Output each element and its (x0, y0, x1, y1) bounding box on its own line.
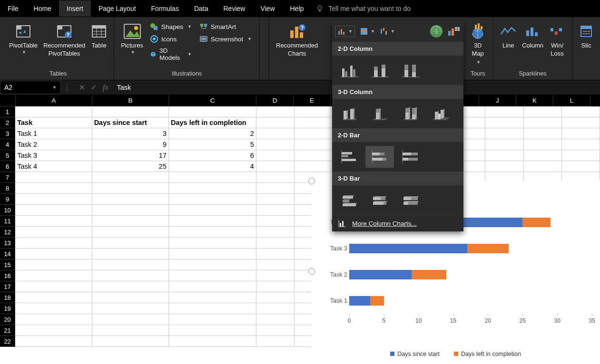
cell[interactable] (92, 314, 169, 325)
cell[interactable] (256, 150, 295, 161)
row-header[interactable]: 6 (0, 161, 15, 172)
row-header[interactable]: 19 (0, 303, 15, 314)
col-header-C[interactable]: C (169, 95, 256, 106)
cell[interactable] (169, 314, 256, 325)
col-header-A[interactable]: A (16, 95, 92, 106)
cell[interactable] (92, 281, 169, 292)
col-header-J[interactable]: J (479, 95, 516, 106)
cell[interactable] (256, 259, 295, 270)
btn-3d-stacked-column[interactable] (365, 103, 394, 125)
row-header[interactable]: 4 (0, 139, 15, 150)
btn-3d-100-stacked-bar[interactable] (396, 189, 424, 211)
cell[interactable] (169, 216, 256, 227)
row-header[interactable]: 10 (0, 205, 15, 216)
cell[interactable] (92, 216, 169, 227)
cell[interactable] (92, 227, 169, 238)
cell[interactable]: 6 (169, 150, 256, 161)
cell[interactable] (524, 150, 562, 161)
chart-legend[interactable]: Days since start Days left in completion (311, 351, 600, 357)
row-header[interactable]: 9 (0, 194, 15, 205)
btn-3d-100-stacked-column[interactable] (396, 103, 424, 125)
cell[interactable] (524, 117, 562, 128)
cell[interactable] (256, 270, 295, 281)
row-header[interactable]: 18 (0, 292, 15, 303)
cell[interactable] (256, 303, 295, 314)
cell[interactable] (15, 249, 92, 259)
cell[interactable] (92, 172, 169, 183)
cell[interactable] (485, 139, 523, 150)
namebox-expand[interactable]: ⋮ (61, 83, 73, 92)
cell[interactable] (256, 325, 295, 336)
btn-recommended-pivottables[interactable]: ? Recommended PivotTables (41, 20, 87, 60)
chart-bar[interactable] (412, 270, 446, 279)
btn-3d-clustered-bar[interactable] (335, 189, 364, 211)
row-header[interactable]: 16 (0, 270, 15, 281)
row-header[interactable]: 2 (0, 117, 15, 128)
cell[interactable] (15, 292, 92, 303)
btn-100-stacked-bar[interactable] (396, 146, 424, 168)
cell[interactable] (295, 139, 333, 150)
row-header[interactable]: 14 (0, 249, 15, 259)
cell[interactable] (15, 238, 92, 249)
cell[interactable] (169, 106, 256, 117)
cell[interactable] (256, 183, 295, 194)
cell[interactable] (169, 292, 256, 303)
col-header-D[interactable]: D (256, 95, 294, 106)
btn-maps[interactable] (430, 25, 443, 38)
cell[interactable] (169, 194, 256, 205)
row-header[interactable]: 1 (0, 106, 15, 117)
cell[interactable] (485, 117, 523, 128)
resize-handle-nw[interactable] (308, 178, 315, 184)
cell[interactable] (562, 150, 600, 161)
cell[interactable] (295, 128, 333, 139)
cell[interactable] (256, 227, 295, 238)
btn-pictures[interactable]: Pictures ▼ (119, 20, 145, 57)
fx-icon[interactable]: fx (103, 83, 108, 92)
cell[interactable]: 5 (169, 139, 256, 150)
cell[interactable] (92, 205, 169, 216)
btn-pivot-chart[interactable] (447, 26, 461, 37)
menu-review[interactable]: Review (216, 0, 253, 17)
chart-bar[interactable] (467, 244, 509, 253)
cell[interactable]: Task 4 (15, 161, 92, 172)
cell[interactable]: Task 3 (15, 150, 92, 161)
cell[interactable]: 17 (92, 150, 169, 161)
cell[interactable] (256, 292, 295, 303)
cell[interactable] (169, 238, 256, 249)
cell[interactable]: Task (15, 117, 92, 128)
cell[interactable] (15, 270, 92, 281)
btn-confirm-formula[interactable]: ✓ (91, 83, 97, 92)
cell[interactable] (169, 205, 256, 216)
cell[interactable] (92, 249, 169, 259)
row-header[interactable]: 7 (0, 172, 15, 183)
cell[interactable] (256, 161, 295, 172)
btn-3d-clustered-column[interactable] (335, 103, 364, 125)
cell[interactable] (92, 238, 169, 249)
cell[interactable] (295, 161, 333, 172)
menu-data[interactable]: Data (187, 0, 216, 17)
cell[interactable] (169, 325, 256, 336)
cell[interactable] (92, 259, 169, 270)
cell[interactable] (169, 249, 256, 259)
cell[interactable] (295, 117, 333, 128)
cell[interactable] (256, 281, 295, 292)
btn-bar-chart-menu[interactable]: ▼ (360, 27, 375, 36)
row-header[interactable]: 17 (0, 281, 15, 292)
btn-screenshot[interactable]: Screenshot▼ (197, 33, 254, 45)
row-header[interactable]: 8 (0, 183, 15, 194)
cell[interactable] (15, 281, 92, 292)
cell[interactable] (15, 106, 92, 117)
cell[interactable] (15, 216, 92, 227)
cell[interactable] (15, 303, 92, 314)
cell[interactable] (169, 259, 256, 270)
col-header-K[interactable]: K (516, 95, 553, 106)
cell[interactable] (92, 194, 169, 205)
cell[interactable] (524, 106, 562, 117)
btn-clustered-bar[interactable] (335, 146, 364, 168)
menu-formulas[interactable]: Formulas (144, 0, 187, 17)
btn-stacked-column[interactable] (365, 59, 394, 81)
cell[interactable] (15, 183, 92, 194)
row-header[interactable]: 22 (0, 336, 15, 347)
cell[interactable] (256, 238, 295, 249)
btn-table[interactable]: Table (89, 20, 109, 52)
